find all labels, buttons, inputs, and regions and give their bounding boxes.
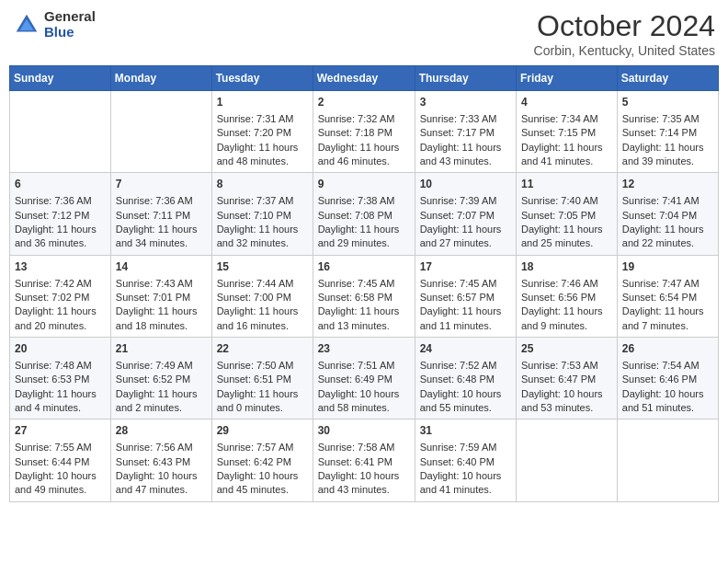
calendar-cell: 29Sunrise: 7:57 AMSunset: 6:42 PMDayligh… [211, 419, 313, 501]
calendar-cell: 31Sunrise: 7:59 AMSunset: 6:40 PMDayligh… [415, 419, 516, 501]
calendar-cell [516, 419, 617, 501]
day-number: 2 [318, 95, 410, 110]
header-cell-thursday: Thursday [415, 66, 516, 91]
sunrise-text: Sunrise: 7:46 AM [521, 277, 612, 291]
day-number: 12 [622, 177, 713, 192]
day-number: 7 [116, 177, 207, 192]
sunrise-text: Sunrise: 7:35 AM [622, 112, 713, 126]
calendar-cell: 26Sunrise: 7:54 AMSunset: 6:46 PMDayligh… [617, 338, 718, 419]
sunrise-text: Sunrise: 7:37 AM [217, 194, 308, 208]
header-cell-sunday: Sunday [10, 66, 111, 91]
calendar-cell: 27Sunrise: 7:55 AMSunset: 6:44 PMDayligh… [10, 419, 111, 501]
month-title: October 2024 [534, 9, 715, 43]
sunset-text: Sunset: 6:53 PM [15, 373, 106, 386]
logo: General Blue [13, 9, 96, 40]
calendar-cell: 21Sunrise: 7:49 AMSunset: 6:52 PMDayligh… [110, 338, 211, 419]
day-number: 19 [622, 259, 713, 275]
day-number: 10 [420, 177, 511, 192]
sunset-text: Sunset: 7:00 PM [217, 291, 308, 304]
sunset-text: Sunset: 7:01 PM [116, 291, 207, 304]
day-number: 16 [318, 259, 410, 275]
calendar-cell: 14Sunrise: 7:43 AMSunset: 7:01 PMDayligh… [110, 255, 211, 337]
sunrise-text: Sunrise: 7:54 AM [622, 359, 713, 373]
day-number: 24 [420, 341, 511, 357]
sunrise-text: Sunrise: 7:44 AM [217, 277, 308, 291]
week-row-0: 1Sunrise: 7:31 AMSunset: 7:20 PMDaylight… [10, 91, 719, 173]
daylight-text: Daylight: 11 hours and 39 minutes. [622, 141, 713, 169]
daylight-text: Daylight: 11 hours and 22 minutes. [622, 223, 713, 251]
day-number: 6 [15, 177, 106, 192]
sunrise-text: Sunrise: 7:40 AM [521, 194, 612, 208]
calendar-cell: 23Sunrise: 7:51 AMSunset: 6:49 PMDayligh… [313, 338, 415, 419]
calendar-cell: 20Sunrise: 7:48 AMSunset: 6:53 PMDayligh… [10, 338, 111, 419]
logo-general: General [44, 9, 96, 25]
calendar-cell: 10Sunrise: 7:39 AMSunset: 7:07 PMDayligh… [415, 173, 516, 255]
day-number: 20 [15, 341, 106, 357]
calendar-body: 1Sunrise: 7:31 AMSunset: 7:20 PMDaylight… [10, 91, 719, 502]
calendar-cell: 6Sunrise: 7:36 AMSunset: 7:12 PMDaylight… [10, 173, 111, 255]
day-number: 15 [217, 259, 308, 275]
day-number: 13 [15, 259, 106, 275]
sunrise-text: Sunrise: 7:50 AM [217, 359, 308, 373]
daylight-text: Daylight: 11 hours and 9 minutes. [521, 304, 612, 333]
daylight-text: Daylight: 11 hours and 43 minutes. [420, 141, 511, 169]
day-number: 29 [217, 423, 308, 439]
sunset-text: Sunset: 6:44 PM [15, 455, 106, 469]
calendar-cell: 25Sunrise: 7:53 AMSunset: 6:47 PMDayligh… [516, 338, 617, 419]
week-row-4: 27Sunrise: 7:55 AMSunset: 6:44 PMDayligh… [10, 419, 719, 501]
calendar-table: SundayMondayTuesdayWednesdayThursdayFrid… [9, 65, 719, 502]
sunset-text: Sunset: 6:54 PM [622, 291, 713, 304]
calendar-cell: 12Sunrise: 7:41 AMSunset: 7:04 PMDayligh… [617, 173, 718, 255]
calendar-cell: 2Sunrise: 7:32 AMSunset: 7:18 PMDaylight… [313, 91, 415, 173]
calendar-cell: 22Sunrise: 7:50 AMSunset: 6:51 PMDayligh… [211, 338, 313, 419]
daylight-text: Daylight: 10 hours and 53 minutes. [521, 387, 612, 416]
daylight-text: Daylight: 11 hours and 32 minutes. [217, 223, 308, 251]
calendar-cell: 18Sunrise: 7:46 AMSunset: 6:56 PMDayligh… [516, 255, 617, 337]
sunrise-text: Sunrise: 7:36 AM [15, 194, 106, 208]
day-number: 27 [15, 423, 106, 439]
day-number: 5 [622, 95, 713, 110]
sunrise-text: Sunrise: 7:31 AM [217, 112, 308, 126]
logo-icon [13, 11, 40, 39]
calendar-cell [10, 91, 111, 173]
sunrise-text: Sunrise: 7:53 AM [521, 359, 612, 373]
calendar-cell: 13Sunrise: 7:42 AMSunset: 7:02 PMDayligh… [10, 255, 111, 337]
sunrise-text: Sunrise: 7:39 AM [420, 194, 511, 208]
daylight-text: Daylight: 11 hours and 13 minutes. [318, 304, 410, 333]
sunset-text: Sunset: 7:20 PM [217, 126, 308, 140]
calendar-cell: 16Sunrise: 7:45 AMSunset: 6:58 PMDayligh… [313, 255, 415, 337]
daylight-text: Daylight: 11 hours and 25 minutes. [521, 223, 612, 251]
calendar-cell: 28Sunrise: 7:56 AMSunset: 6:43 PMDayligh… [110, 419, 211, 501]
sunset-text: Sunset: 7:08 PM [318, 209, 410, 223]
sunrise-text: Sunrise: 7:43 AM [116, 277, 207, 291]
calendar-cell: 1Sunrise: 7:31 AMSunset: 7:20 PMDaylight… [211, 91, 313, 173]
daylight-text: Daylight: 11 hours and 16 minutes. [217, 304, 308, 333]
sunset-text: Sunset: 7:04 PM [622, 209, 713, 223]
sunset-text: Sunset: 6:56 PM [521, 291, 612, 304]
sunset-text: Sunset: 7:05 PM [521, 209, 612, 223]
daylight-text: Daylight: 11 hours and 4 minutes. [15, 387, 106, 416]
sunrise-text: Sunrise: 7:47 AM [622, 277, 713, 291]
header-cell-friday: Friday [516, 66, 617, 91]
logo-text: General Blue [44, 9, 96, 40]
day-number: 25 [521, 341, 612, 357]
week-row-3: 20Sunrise: 7:48 AMSunset: 6:53 PMDayligh… [10, 338, 719, 419]
sunset-text: Sunset: 7:12 PM [15, 209, 106, 223]
daylight-text: Daylight: 11 hours and 41 minutes. [521, 141, 612, 169]
day-number: 28 [116, 423, 207, 439]
sunset-text: Sunset: 6:58 PM [318, 291, 410, 304]
day-number: 4 [521, 95, 612, 110]
day-number: 21 [116, 341, 207, 357]
daylight-text: Daylight: 10 hours and 47 minutes. [116, 469, 207, 498]
sunset-text: Sunset: 7:14 PM [622, 126, 713, 140]
sunset-text: Sunset: 7:02 PM [15, 291, 106, 304]
sunrise-text: Sunrise: 7:55 AM [15, 441, 106, 454]
day-number: 11 [521, 177, 612, 192]
daylight-text: Daylight: 11 hours and 0 minutes. [217, 387, 308, 416]
day-number: 14 [116, 259, 207, 275]
sunrise-text: Sunrise: 7:36 AM [116, 194, 207, 208]
day-number: 22 [217, 341, 308, 357]
daylight-text: Daylight: 11 hours and 27 minutes. [420, 223, 511, 251]
page-header: General Blue October 2024 Corbin, Kentuc… [9, 9, 719, 58]
calendar-header: SundayMondayTuesdayWednesdayThursdayFrid… [10, 66, 719, 91]
